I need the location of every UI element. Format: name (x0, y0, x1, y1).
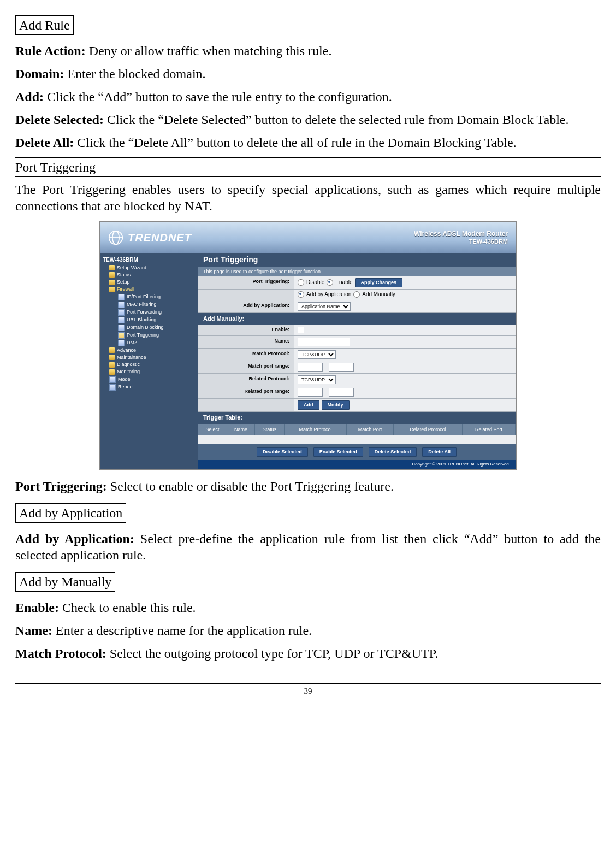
folder-icon (109, 272, 115, 278)
panel-subtitle: This page is used to configure the port … (198, 267, 516, 276)
col-match-protocol: Match Protocol (284, 424, 347, 435)
col-status: Status (255, 424, 285, 435)
sidebar-item-setup[interactable]: Setup (103, 279, 196, 286)
sidebar-item-label: Mode (118, 376, 131, 382)
page-icon (118, 340, 125, 346)
router-sidebar: TEW-436BRM Setup Wizard Status Setup Fir… (100, 253, 198, 469)
name-text: Enter a descriptive name for the applica… (52, 623, 312, 638)
port-triggering-section-heading: Port Triggering (15, 157, 601, 177)
add-manually-label: Add Manually (362, 291, 395, 298)
delete-selected-button[interactable]: Delete Selected (369, 447, 417, 457)
dash-label: - (325, 363, 327, 370)
sidebar-item-label: URL Blocking (127, 317, 156, 323)
sidebar-item-reboot[interactable]: Reboot (103, 384, 196, 391)
sidebar-item-port-forwarding[interactable]: Port Forwarding (103, 309, 196, 316)
add-text: Click the “Add” button to save the rule … (44, 90, 392, 104)
sidebar-item-url-blocking[interactable]: URL Blocking (103, 316, 196, 324)
sidebar-item-diagnostic[interactable]: Diagnostic (103, 361, 196, 368)
add-manually-radio[interactable] (353, 291, 360, 298)
related-port-range-form-label: Related port range: (198, 386, 294, 398)
router-ui-screenshot: TRENDNET Wireless ADSL Modem Router TEW-… (99, 221, 517, 470)
match-protocol-text: Select the outgoing protocol type for TC… (106, 646, 439, 661)
enable-label: Enable: (15, 600, 59, 615)
add-by-application-radio[interactable] (298, 291, 304, 298)
add-manually-section-head: Add Manually: (198, 313, 516, 325)
sidebar-root-label: TEW-436BRM (103, 257, 138, 264)
enable-paragraph: Enable: Check to enable this rule. (15, 599, 601, 616)
sidebar-item-port-triggering[interactable]: Port Triggering (103, 332, 196, 339)
related-port-end-input[interactable] (329, 388, 354, 397)
enable-radio[interactable] (327, 279, 333, 286)
router-footer: Copyright © 2009 TRENDnet. All Rights Re… (198, 460, 516, 469)
domain-label: Domain: (15, 67, 64, 81)
name-input[interactable] (298, 338, 350, 346)
related-protocol-select[interactable]: TCP&UDP (298, 375, 336, 384)
col-name: Name (227, 424, 254, 435)
match-protocol-paragraph: Match Protocol: Select the outgoing prot… (15, 645, 601, 662)
add-paragraph: Add: Click the “Add” button to save the … (15, 89, 601, 105)
sidebar-item-maintainance[interactable]: Maintainance (103, 354, 196, 361)
application-name-select[interactable]: Application Name (298, 302, 351, 311)
sidebar-item-domain-blocking[interactable]: Domain Blocking (103, 324, 196, 332)
col-related-port: Related Port (462, 424, 515, 435)
sidebar-item-label: Monitoring (117, 369, 140, 375)
dash-label: - (325, 388, 327, 396)
col-select: Select (198, 424, 227, 435)
disable-label: Disable (306, 279, 324, 286)
match-port-end-input[interactable] (329, 363, 354, 372)
enable-selected-button[interactable]: Enable Selected (313, 447, 363, 457)
sidebar-item-label: Port Triggering (127, 332, 159, 338)
related-port-start-input[interactable] (298, 388, 323, 397)
header-title: Wireless ADSL Modem Router (414, 230, 508, 238)
match-protocol-select[interactable]: TCP&UDP (298, 350, 336, 359)
add-by-application-label: Add by Application: (15, 532, 134, 546)
page-number: 39 (15, 686, 601, 697)
modify-button[interactable]: Modify (322, 400, 350, 410)
sidebar-item-mode[interactable]: Mode (103, 376, 196, 384)
page-icon (109, 384, 116, 391)
brand-text: TRENDNET (128, 231, 192, 245)
apply-changes-button[interactable]: Apply Changes (355, 278, 403, 287)
add-by-application-heading: Add by Application (15, 503, 126, 523)
delete-selected-paragraph: Delete Selected: Click the “Delete Selec… (15, 111, 601, 128)
enable-checkbox[interactable] (298, 327, 304, 333)
add-by-application-label: Add by Application (306, 291, 351, 298)
port-triggering-intro: The Port Triggering enables users to spe… (15, 181, 601, 214)
enable-text: Check to enable this rule. (59, 600, 196, 615)
enable-form-label: Enable: (198, 325, 294, 335)
sidebar-item-ip-port-filtering[interactable]: IP/Port Filtering (103, 293, 196, 301)
add-button[interactable]: Add (298, 400, 319, 410)
match-port-start-input[interactable] (298, 363, 323, 372)
router-content: Port Triggering This page is used to con… (198, 253, 516, 469)
folder-icon (109, 355, 115, 360)
sidebar-item-status[interactable]: Status (103, 272, 196, 279)
sidebar-item-advance[interactable]: Advance (103, 347, 196, 354)
port-triggering-form-label: Port Triggering: (198, 276, 294, 289)
sidebar-item-firewall[interactable]: Firewall (103, 286, 196, 293)
disable-selected-button[interactable]: Disable Selected (257, 447, 308, 457)
related-protocol-form-label: Related Protocol: (198, 374, 294, 386)
trigger-table: Select Name Status Match Protocol Match … (198, 424, 516, 435)
sidebar-item-setup-wizard[interactable]: Setup Wizard (103, 264, 196, 272)
sidebar-item-label: Diagnostic (117, 362, 140, 368)
disable-radio[interactable] (298, 279, 304, 286)
folder-icon (109, 369, 115, 375)
sidebar-item-label: IP/Port Filtering (127, 294, 161, 300)
col-match-port: Match Port (347, 424, 394, 435)
match-protocol-form-label: Match Protocol: (198, 349, 294, 361)
rule-action-paragraph: Rule Action: Deny or allow traffic when … (15, 43, 601, 59)
sidebar-item-label: Maintainance (117, 355, 146, 361)
delete-all-button[interactable]: Delete All (422, 447, 457, 457)
match-protocol-label: Match Protocol: (15, 646, 106, 661)
sidebar-item-monitoring[interactable]: Monitoring (103, 368, 196, 375)
sidebar-item-label: Firewall (117, 286, 134, 292)
header-model: TEW-436BRM (414, 238, 508, 246)
sidebar-item-dmz[interactable]: DMZ (103, 339, 196, 347)
add-by-application-paragraph: Add by Application: Select pre-define th… (15, 530, 601, 563)
router-header: TRENDNET Wireless ADSL Modem Router TEW-… (100, 222, 516, 253)
sidebar-root[interactable]: TEW-436BRM (103, 256, 196, 264)
sidebar-item-mac-filtering[interactable]: MAC Filtering (103, 301, 196, 309)
page-icon (118, 294, 125, 300)
sidebar-item-label: Setup Wizard (117, 265, 146, 271)
name-form-label: Name: (198, 336, 294, 348)
